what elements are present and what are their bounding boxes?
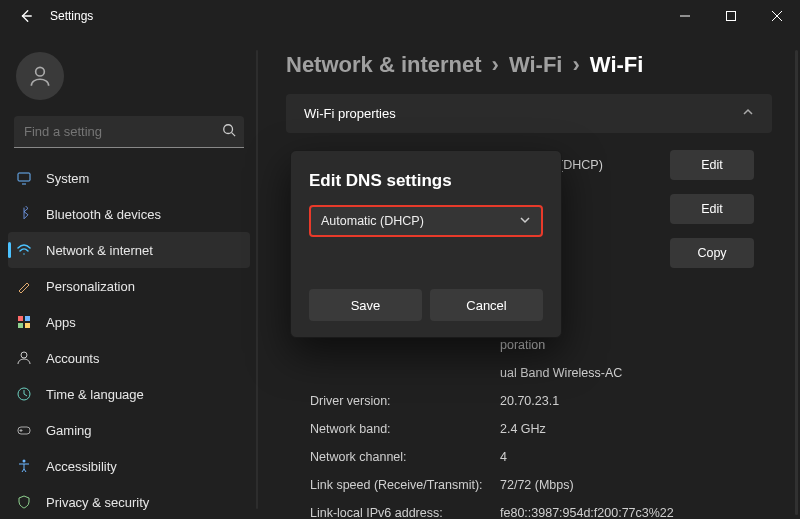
- sidebar-item-time-language[interactable]: Time & language: [0, 376, 258, 412]
- sidebar-item-label: Accounts: [46, 351, 99, 366]
- search-row: [14, 116, 244, 148]
- nav-list: SystemBluetooth & devicesNetwork & inter…: [0, 160, 258, 519]
- select-value: Automatic (DHCP): [321, 214, 424, 228]
- properties-card-header[interactable]: Wi-Fi properties: [286, 94, 772, 133]
- brush-icon: [16, 278, 32, 294]
- property-row: Network channel:4: [310, 443, 754, 471]
- svg-rect-0: [727, 12, 736, 21]
- person-icon: [16, 350, 32, 366]
- svg-point-1: [36, 67, 45, 76]
- arrow-left-icon: [19, 9, 33, 23]
- maximize-button[interactable]: [708, 0, 754, 32]
- property-value: poration: [500, 338, 754, 352]
- sidebar-item-privacy-security[interactable]: Privacy & security: [0, 484, 258, 519]
- sidebar-item-label: Personalization: [46, 279, 135, 294]
- sidebar-item-label: Time & language: [46, 387, 144, 402]
- property-value: 4: [500, 450, 754, 464]
- property-row: Link-local IPv6 address:fe80::3987:954d:…: [310, 499, 754, 519]
- property-row: ual Band Wireless-AC: [310, 359, 754, 387]
- sidebar: SystemBluetooth & devicesNetwork & inter…: [0, 32, 258, 519]
- chevron-up-icon: [742, 106, 754, 121]
- sidebar-item-accessibility[interactable]: Accessibility: [0, 448, 258, 484]
- save-button[interactable]: Save: [309, 289, 422, 321]
- sidebar-item-network-internet[interactable]: Network & internet: [8, 232, 250, 268]
- property-label: Network channel:: [310, 450, 500, 464]
- close-button[interactable]: [754, 0, 800, 32]
- sidebar-item-apps[interactable]: Apps: [0, 304, 258, 340]
- property-label: Driver version:: [310, 394, 500, 408]
- avatar: [16, 52, 64, 100]
- gamepad-icon: [16, 422, 32, 438]
- svg-rect-3: [18, 173, 30, 181]
- sidebar-item-label: System: [46, 171, 89, 186]
- property-label: Link speed (Receive/Transmit):: [310, 478, 500, 492]
- svg-rect-5: [25, 316, 30, 321]
- breadcrumb: Network & internet › Wi-Fi › Wi-Fi: [286, 52, 772, 78]
- svg-point-8: [21, 352, 27, 358]
- property-label: Network band:: [310, 422, 500, 436]
- copy-button[interactable]: Copy: [670, 238, 754, 268]
- chevron-down-icon: [519, 214, 531, 229]
- apps-icon: [16, 314, 32, 330]
- display-icon: [16, 170, 32, 186]
- property-value: fe80::3987:954d:f200:77c3%22: [500, 506, 754, 519]
- sidebar-item-system[interactable]: System: [0, 160, 258, 196]
- bluetooth-icon: [16, 206, 32, 222]
- breadcrumb-root[interactable]: Network & internet: [286, 52, 482, 78]
- svg-rect-4: [18, 316, 23, 321]
- sidebar-item-personalization[interactable]: Personalization: [0, 268, 258, 304]
- clock-icon: [16, 386, 32, 402]
- sidebar-item-bluetooth-devices[interactable]: Bluetooth & devices: [0, 196, 258, 232]
- dialog-buttons: Save Cancel: [309, 289, 543, 321]
- wifi-icon: [16, 242, 32, 258]
- sidebar-item-label: Accessibility: [46, 459, 117, 474]
- minimize-button[interactable]: [662, 0, 708, 32]
- close-icon: [772, 11, 782, 21]
- property-row: Driver version:20.70.23.1: [310, 387, 754, 415]
- property-row: Network band:2.4 GHz: [310, 415, 754, 443]
- svg-rect-7: [25, 323, 30, 328]
- account-row[interactable]: [0, 44, 258, 114]
- maximize-icon: [726, 11, 736, 21]
- chevron-right-icon: ›: [572, 52, 579, 78]
- chevron-right-icon: ›: [492, 52, 499, 78]
- divider: [256, 50, 258, 509]
- sidebar-item-accounts[interactable]: Accounts: [0, 340, 258, 376]
- edit-button[interactable]: Edit: [670, 194, 754, 224]
- accessibility-icon: [16, 458, 32, 474]
- svg-rect-6: [18, 323, 23, 328]
- title-bar: Settings: [0, 0, 800, 32]
- edit-dns-dialog: Edit DNS settings Automatic (DHCP) Save …: [290, 150, 562, 338]
- edit-button[interactable]: Edit: [670, 150, 754, 180]
- back-button[interactable]: [10, 0, 42, 32]
- breadcrumb-mid[interactable]: Wi-Fi: [509, 52, 563, 78]
- sidebar-item-label: Gaming: [46, 423, 92, 438]
- shield-icon: [16, 494, 32, 510]
- dns-mode-select[interactable]: Automatic (DHCP): [309, 205, 543, 237]
- search-input[interactable]: [14, 116, 244, 148]
- property-value: 72/72 (Mbps): [500, 478, 754, 492]
- sidebar-item-label: Privacy & security: [46, 495, 149, 510]
- svg-point-2: [224, 125, 233, 134]
- window-controls: [662, 0, 800, 32]
- sidebar-item-label: Bluetooth & devices: [46, 207, 161, 222]
- property-value: 20.70.23.1: [500, 394, 754, 408]
- breadcrumb-leaf: Wi-Fi: [590, 52, 644, 78]
- sidebar-item-label: Network & internet: [46, 243, 153, 258]
- window-title: Settings: [50, 9, 93, 23]
- property-value: 2.4 GHz: [500, 422, 754, 436]
- sidebar-item-label: Apps: [46, 315, 76, 330]
- cancel-button[interactable]: Cancel: [430, 289, 543, 321]
- person-icon: [27, 63, 53, 89]
- card-title: Wi-Fi properties: [304, 106, 396, 121]
- property-value: ual Band Wireless-AC: [500, 366, 754, 380]
- property-row: Link speed (Receive/Transmit):72/72 (Mbp…: [310, 471, 754, 499]
- property-label: Link-local IPv6 address:: [310, 506, 500, 519]
- svg-point-11: [23, 460, 26, 463]
- dialog-title: Edit DNS settings: [309, 171, 543, 191]
- scrollbar[interactable]: [795, 50, 798, 515]
- sidebar-item-gaming[interactable]: Gaming: [0, 412, 258, 448]
- search-icon: [222, 123, 236, 141]
- minimize-icon: [680, 11, 690, 21]
